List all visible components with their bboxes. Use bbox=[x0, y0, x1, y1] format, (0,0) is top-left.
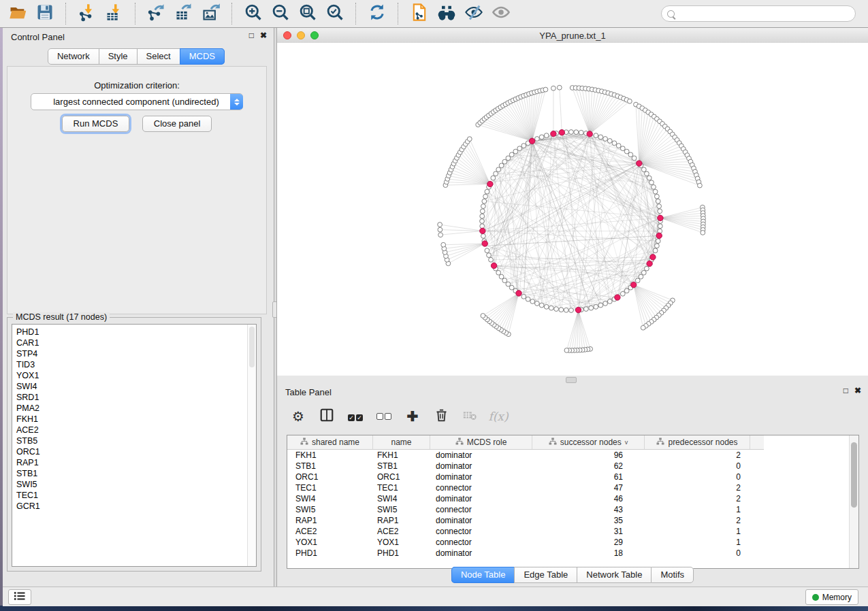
table-row[interactable]: RAP1RAP1dominator352 bbox=[287, 515, 858, 526]
mcds-result-item[interactable]: PHD1 bbox=[16, 327, 256, 337]
table-row[interactable]: FKH1FKH1dominator962 bbox=[287, 450, 858, 461]
mcds-list-scrollbar[interactable] bbox=[247, 325, 256, 566]
open-file-button[interactable] bbox=[4, 2, 31, 25]
eye-icon bbox=[492, 3, 511, 24]
table-row[interactable]: PHD1PHD1dominator180 bbox=[287, 548, 858, 559]
table-row[interactable]: ORC1ORC1dominator610 bbox=[287, 472, 858, 482]
mcds-result-list[interactable]: PHD1CAR1STP4TID3YOX1SWI4SRD1PMA2FKH1ACE2… bbox=[12, 324, 257, 567]
show-graphics-details-button[interactable] bbox=[487, 2, 515, 25]
mcds-result-item[interactable]: STB1 bbox=[16, 468, 256, 479]
float-panel-icon[interactable]: □ bbox=[843, 386, 848, 395]
mcds-result-item[interactable]: ACE2 bbox=[16, 425, 256, 435]
column-header-shared-name[interactable]: shared name bbox=[287, 435, 373, 449]
export-image-button[interactable] bbox=[197, 2, 225, 25]
unchecked-boxes-icon bbox=[376, 410, 392, 423]
zoom-selected-button[interactable] bbox=[321, 2, 349, 25]
mcds-result-item[interactable]: SWI4 bbox=[16, 381, 256, 392]
table-cell: TEC1 bbox=[287, 482, 373, 493]
table-cell: STB1 bbox=[287, 461, 373, 472]
tab-node-table[interactable]: Node Table bbox=[451, 567, 515, 583]
export-table-button[interactable] bbox=[170, 2, 197, 25]
close-panel-icon[interactable]: ✖ bbox=[854, 386, 861, 395]
mcds-result-item[interactable]: STP4 bbox=[16, 348, 256, 359]
tab-motifs[interactable]: Motifs bbox=[651, 567, 694, 583]
close-panel-icon[interactable]: ✖ bbox=[260, 31, 267, 40]
float-panel-icon[interactable]: □ bbox=[249, 31, 254, 40]
mcds-result-item[interactable]: TID3 bbox=[16, 359, 256, 370]
mcds-result-item[interactable]: GCR1 bbox=[16, 501, 256, 512]
table-row[interactable]: YOX1YOX1connector291 bbox=[287, 537, 858, 548]
mcds-result-item[interactable]: RAP1 bbox=[16, 457, 256, 468]
hide-graphics-details-button[interactable] bbox=[460, 2, 487, 25]
zoom-selected-icon bbox=[325, 3, 344, 24]
column-type-icon bbox=[549, 437, 557, 448]
tab-network[interactable]: Network bbox=[48, 48, 99, 65]
apply-layout-button[interactable] bbox=[364, 2, 391, 25]
node-table[interactable]: shared namenameMCDS rolesuccessor nodesv… bbox=[287, 435, 859, 569]
zoom-fit-button[interactable] bbox=[294, 2, 321, 25]
mcds-result-item[interactable]: SRD1 bbox=[16, 392, 256, 403]
table-row[interactable]: STB1STB1dominator620 bbox=[287, 461, 858, 472]
show-columns-button[interactable] bbox=[315, 405, 338, 428]
tab-style[interactable]: Style bbox=[99, 48, 138, 65]
table-cell: 18 bbox=[532, 548, 645, 559]
gear-icon: ⚙ bbox=[292, 410, 304, 423]
mcds-result-item[interactable]: YOX1 bbox=[16, 370, 256, 381]
save-session-button[interactable] bbox=[31, 2, 59, 25]
deselect-all-button[interactable] bbox=[372, 405, 396, 428]
zoom-in-button[interactable] bbox=[240, 2, 267, 25]
show-panels-menu-button[interactable] bbox=[8, 589, 31, 605]
table-cell: 0 bbox=[645, 461, 750, 472]
toolbar-separator bbox=[398, 3, 399, 24]
import-network-button[interactable] bbox=[74, 2, 101, 25]
splitter-grip[interactable] bbox=[566, 377, 577, 383]
mcds-result-item[interactable]: ORC1 bbox=[16, 446, 256, 457]
mcds-result-item[interactable]: PMA2 bbox=[16, 403, 256, 414]
search-input[interactable] bbox=[661, 5, 856, 22]
zoom-fit-icon bbox=[298, 3, 317, 24]
column-header-MCDS-role[interactable]: MCDS role bbox=[430, 435, 532, 449]
network-view-canvas[interactable] bbox=[277, 43, 868, 376]
column-header-name[interactable]: name bbox=[373, 435, 430, 449]
main-toolbar bbox=[0, 0, 868, 28]
network-graph[interactable] bbox=[277, 43, 868, 376]
table-cell: ACE2 bbox=[373, 526, 430, 537]
mcds-result-item[interactable]: TEC1 bbox=[16, 490, 256, 501]
select-all-button[interactable]: ✓✓ bbox=[344, 405, 367, 428]
table-row[interactable]: ACE2ACE2connector311 bbox=[287, 526, 858, 537]
mcds-result-item[interactable]: FKH1 bbox=[16, 414, 256, 425]
column-label: successor nodes bbox=[560, 437, 622, 447]
close-panel-button[interactable]: Close panel bbox=[142, 116, 212, 132]
mcds-result-item[interactable]: CAR1 bbox=[16, 337, 256, 348]
memory-button[interactable]: Memory bbox=[805, 589, 858, 605]
table-row[interactable]: SWI5SWI5connector431 bbox=[287, 504, 858, 515]
optimization-criterion-select[interactable]: largest connected component (undirected) bbox=[31, 93, 243, 110]
zoom-out-button[interactable] bbox=[267, 2, 294, 25]
table-row[interactable]: TEC1TEC1connector472 bbox=[287, 482, 858, 493]
tab-mcds[interactable]: MCDS bbox=[180, 48, 225, 65]
table-settings-button[interactable]: ⚙ bbox=[287, 405, 310, 428]
control-panel-header: Control Panel □ ✖ bbox=[3, 28, 274, 46]
column-header-successor-nodes[interactable]: successor nodesv bbox=[532, 435, 645, 449]
run-mcds-button[interactable]: Run MCDS bbox=[62, 116, 130, 132]
table-cell: PHD1 bbox=[287, 548, 373, 559]
delete-table-button bbox=[458, 405, 481, 428]
table-row[interactable]: SWI4SWI4dominator462 bbox=[287, 493, 858, 504]
network-document-button[interactable] bbox=[406, 2, 433, 25]
mcds-result-item[interactable]: SWI5 bbox=[16, 479, 256, 490]
table-cell: 0 bbox=[645, 548, 750, 559]
table-scrollbar[interactable] bbox=[849, 435, 858, 568]
tab-edge-table[interactable]: Edge Table bbox=[514, 567, 577, 583]
delete-rows-button[interactable] bbox=[430, 405, 453, 428]
horizontal-splitter[interactable] bbox=[277, 376, 868, 383]
tab-select[interactable]: Select bbox=[137, 48, 180, 65]
search-network-button[interactable] bbox=[433, 2, 460, 25]
scrollbar-thumb[interactable] bbox=[851, 442, 857, 508]
network-window-titlebar[interactable]: YPA_prune.txt_1 bbox=[277, 28, 868, 44]
column-header-predecessor-nodes[interactable]: predecessor nodes bbox=[645, 435, 750, 449]
tab-network-table[interactable]: Network Table bbox=[577, 567, 652, 583]
import-table-button[interactable] bbox=[101, 2, 128, 25]
mcds-result-item[interactable]: STB5 bbox=[16, 435, 256, 446]
export-network-button[interactable] bbox=[143, 2, 170, 25]
add-row-button[interactable]: ✚ bbox=[401, 405, 424, 428]
